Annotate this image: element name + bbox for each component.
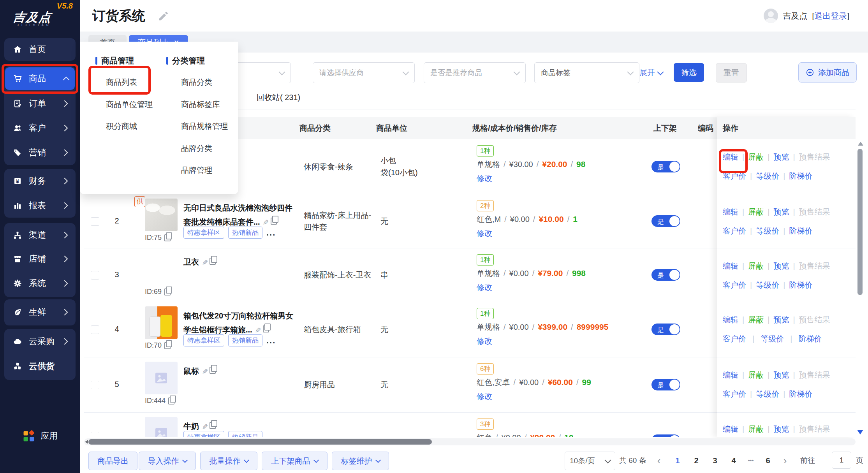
ladder-price-link[interactable]: 阶梯价 (798, 334, 822, 344)
presale-result-link[interactable]: 预售结果 (799, 207, 830, 217)
level-price-link[interactable]: 等级价 (756, 280, 779, 290)
sidebar-item-orders[interactable]: 订单 (7, 92, 73, 115)
onsale-toggle[interactable]: 是 (651, 269, 680, 281)
edit-link[interactable]: 编辑 (723, 207, 738, 217)
edit-name-pencil-icon[interactable]: ✎ (250, 327, 264, 333)
preview-link[interactable]: 预览 (773, 424, 789, 434)
copy-icon[interactable] (263, 325, 269, 332)
ladder-price-link[interactable]: 阶梯价 (789, 226, 812, 236)
more-tags-link[interactable]: ... (266, 336, 276, 346)
level-price-link[interactable]: 等级价 (756, 389, 779, 399)
hide-link[interactable]: 屏蔽 (748, 207, 764, 217)
menu-item-product-category[interactable]: 商品分类 (181, 77, 212, 88)
row-checkbox[interactable] (91, 271, 99, 280)
copy-icon[interactable] (164, 288, 171, 295)
sidebar-item-fresh[interactable]: 生鲜 (7, 301, 73, 324)
recycle-bin-tab[interactable]: 回收站( 231) (257, 92, 300, 103)
copy-icon[interactable] (271, 218, 277, 225)
ladder-price-link[interactable]: 阶梯价 (789, 171, 812, 181)
preview-link[interactable]: 预览 (773, 261, 789, 271)
onsale-toggle[interactable]: 是 (651, 215, 680, 227)
sidebar-item-marketing[interactable]: 营销 (7, 141, 73, 164)
row-checkbox[interactable] (91, 217, 99, 226)
preview-link[interactable]: 预览 (773, 315, 789, 325)
hide-link[interactable]: 屏蔽 (748, 152, 764, 162)
level-price-link[interactable]: 等级价 (756, 171, 779, 181)
page-4[interactable]: 4 (728, 456, 739, 465)
scroll-down-arrow-icon[interactable] (857, 430, 863, 434)
copy-icon[interactable] (164, 234, 171, 241)
sidebar-item-cloud-supply[interactable]: 云供货 (7, 355, 73, 378)
sidebar-item-reports[interactable]: 报表 (7, 194, 73, 217)
modify-link[interactable]: 修改 (477, 391, 492, 402)
page-2[interactable]: 2 (690, 456, 702, 465)
page-3[interactable]: 3 (709, 456, 721, 465)
scroll-left-arrow-icon[interactable] (85, 440, 88, 444)
hide-link[interactable]: 屏蔽 (748, 261, 764, 271)
more-tags-link[interactable]: ... (266, 228, 276, 238)
edit-title-pencil-icon[interactable] (158, 10, 169, 22)
scroll-up-arrow-icon[interactable] (858, 142, 863, 146)
sidebar-item-system[interactable]: 系统 (7, 272, 73, 295)
prev-page-arrow[interactable]: ‹ (653, 455, 665, 467)
expand-link[interactable]: 展开 (639, 67, 663, 78)
vertical-scrollbar-thumb[interactable] (857, 149, 863, 295)
sidebar-item-cloud-purchase[interactable]: 云采购 (7, 330, 73, 353)
edit-link[interactable]: 编辑 (723, 370, 738, 380)
menu-item-spec-management[interactable]: 商品规格管理 (181, 121, 228, 132)
sidebar-item-finance[interactable]: ¥ 财务 (7, 170, 73, 192)
copy-icon[interactable] (210, 258, 216, 265)
edit-name-pencil-icon[interactable]: ✎ (258, 219, 272, 225)
menu-item-tag-library[interactable]: 商品标签库 (181, 99, 220, 110)
edit-link[interactable]: 编辑 (723, 261, 738, 271)
export-products-button[interactable]: 商品导出 (88, 452, 137, 470)
onsale-toggle[interactable]: 是 (651, 434, 680, 437)
hide-link[interactable]: 屏蔽 (748, 370, 764, 380)
modify-link[interactable]: 修改 (477, 173, 492, 184)
import-operations-button[interactable]: 导入操作 (139, 452, 196, 470)
preview-link[interactable]: 预览 (773, 207, 789, 217)
ladder-price-link[interactable]: 阶梯价 (789, 280, 812, 290)
presale-result-link[interactable]: 预售结果 (799, 370, 830, 380)
modify-link[interactable]: 修改 (477, 282, 492, 293)
copy-icon[interactable] (168, 397, 174, 404)
menu-item-points-mall[interactable]: 积分商城 (106, 121, 137, 132)
level-price-link[interactable]: 等级价 (756, 226, 779, 236)
sidebar-item-customers[interactable]: 客户 (7, 117, 73, 139)
customer-price-link[interactable]: 客户价 (723, 334, 746, 344)
edit-link[interactable]: 编辑 (723, 424, 738, 434)
tag-maintenance-button[interactable]: 标签维护 (332, 452, 389, 470)
recommend-select[interactable]: 是否是推荐商品 (424, 62, 526, 83)
page-size-select[interactable]: 10条/页 (565, 452, 615, 470)
batch-operations-button[interactable]: 批量操作 (200, 452, 257, 470)
onsale-toggle[interactable]: 是 (651, 161, 680, 172)
customer-price-link[interactable]: 客户价 (723, 280, 746, 290)
preview-link[interactable]: 预览 (773, 370, 789, 380)
logout-link[interactable]: [退出登录] (812, 11, 849, 21)
hide-link[interactable]: 屏蔽 (748, 315, 764, 325)
onsale-toggle[interactable]: 是 (651, 324, 680, 335)
reset-button[interactable]: 重置 (716, 63, 747, 83)
preview-link[interactable]: 预览 (773, 152, 789, 162)
presale-result-link[interactable]: 预售结果 (799, 261, 830, 271)
customer-price-link[interactable]: 客户价 (723, 226, 746, 236)
ladder-price-link[interactable]: 阶梯价 (789, 389, 812, 399)
presale-result-link[interactable]: 预售结果 (799, 152, 830, 162)
presale-result-link[interactable]: 预售结果 (799, 315, 830, 325)
copy-icon[interactable] (210, 367, 216, 374)
row-checkbox[interactable] (91, 325, 99, 334)
edit-link[interactable]: 编辑 (723, 315, 738, 325)
horizontal-scrollbar-thumb[interactable] (88, 439, 432, 445)
row-checkbox[interactable] (91, 381, 99, 389)
menu-item-unit-management[interactable]: 商品单位管理 (106, 99, 153, 110)
row-checkbox[interactable] (91, 432, 99, 437)
onoff-shelf-button[interactable]: 上下架商品 (262, 452, 327, 470)
next-page-arrow[interactable]: › (779, 455, 791, 467)
modify-link[interactable]: 修改 (477, 228, 492, 239)
page-1[interactable]: 1 (672, 456, 683, 465)
supplier-select[interactable]: 请选择供应商 (313, 62, 415, 83)
customer-price-link[interactable]: 客户价 (723, 389, 746, 399)
product-tag-select[interactable]: 商品标签 (534, 62, 639, 83)
ellipsis-pages[interactable]: ••• (745, 457, 757, 464)
menu-item-brand-management[interactable]: 品牌管理 (181, 165, 212, 176)
